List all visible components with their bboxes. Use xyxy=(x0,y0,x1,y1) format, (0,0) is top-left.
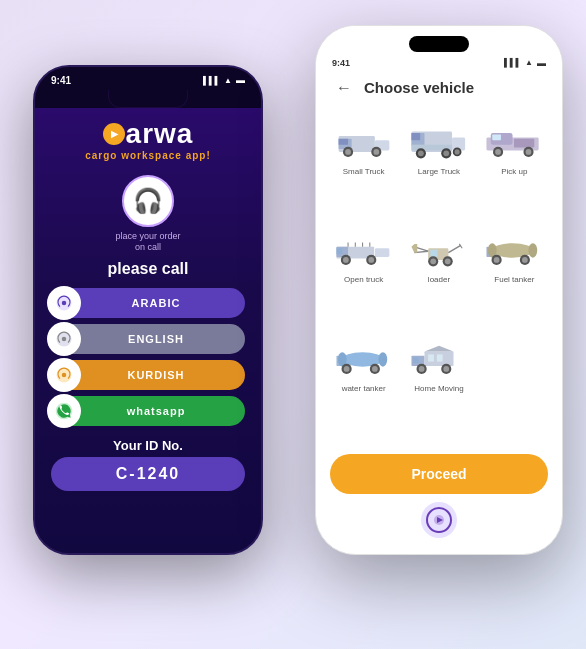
proceed-section: Proceed xyxy=(316,444,562,554)
svg-rect-26 xyxy=(514,138,534,147)
signal-icon: ▌▌▌ xyxy=(203,76,220,85)
carwa-logo: arwa cargo workspace app! xyxy=(85,118,211,161)
whatsapp-icon xyxy=(47,394,81,428)
svg-point-11 xyxy=(373,148,379,154)
right-status-bar: 9:41 ▌▌▌ ▲ ▬ xyxy=(332,58,546,68)
svg-point-81 xyxy=(443,366,449,372)
vehicle-loader[interactable]: loader xyxy=(405,226,472,327)
svg-marker-47 xyxy=(411,244,417,253)
large-truck-label: Large Truck xyxy=(418,167,460,176)
right-phone: 9:41 ▌▌▌ ▲ ▬ ← Choose vehicle xyxy=(315,25,563,555)
vehicle-pickup[interactable]: Pick up xyxy=(481,118,548,219)
battery-icon: ▬ xyxy=(236,75,245,85)
water-tanker-img xyxy=(332,335,396,381)
wifi-icon: ▲ xyxy=(224,76,232,85)
carwa-text: arwa xyxy=(126,118,194,150)
svg-point-62 xyxy=(522,257,528,263)
svg-rect-38 xyxy=(375,248,390,257)
svg-marker-14 xyxy=(411,133,420,140)
svg-point-22 xyxy=(455,149,460,154)
arabic-icon xyxy=(47,286,81,320)
your-id-label: Your ID No. xyxy=(113,438,183,453)
whatsapp-button[interactable]: whatsapp xyxy=(51,396,245,426)
carwa-o-icon xyxy=(103,123,125,145)
vehicle-small-truck[interactable]: Small Truck xyxy=(330,118,397,219)
small-truck-label: Small Truck xyxy=(343,167,385,176)
svg-rect-77 xyxy=(437,354,443,361)
english-icon xyxy=(47,322,81,356)
please-call-label: please call xyxy=(108,260,189,278)
bottom-logo xyxy=(421,502,457,538)
small-truck-img xyxy=(332,118,396,164)
left-status-time: 9:41 xyxy=(51,75,71,86)
svg-point-30 xyxy=(526,148,532,154)
fuel-tanker-label: Fuel tanker xyxy=(494,275,534,284)
carwa-subtitle-accent: app! xyxy=(186,150,211,161)
svg-marker-6 xyxy=(338,138,347,144)
vehicle-open-truck[interactable]: Open truck xyxy=(330,226,397,327)
kurdish-button[interactable]: KURDISH xyxy=(51,360,245,390)
id-number: C-1240 xyxy=(116,465,180,483)
carwa-logo-text: arwa xyxy=(103,118,194,150)
vehicle-home-moving[interactable]: Home Moving xyxy=(405,335,472,436)
pickup-img xyxy=(482,118,546,164)
headset-glyph: 🎧 xyxy=(133,187,163,215)
fuel-tanker-img xyxy=(482,226,546,272)
id-box: C-1240 xyxy=(51,457,245,491)
svg-point-28 xyxy=(495,148,501,154)
svg-point-51 xyxy=(430,259,436,265)
dynamic-island xyxy=(409,36,469,52)
vehicles-grid: Small Truck xyxy=(316,110,562,444)
proceed-button[interactable]: Proceed xyxy=(330,454,548,494)
svg-point-20 xyxy=(443,150,449,156)
svg-point-60 xyxy=(494,257,500,263)
svg-point-71 xyxy=(372,366,378,372)
open-truck-label: Open truck xyxy=(344,275,383,284)
home-moving-label: Home Moving xyxy=(414,384,463,393)
right-signal-icon: ▌▌▌ xyxy=(504,58,521,67)
svg-point-42 xyxy=(368,257,374,263)
place-order-line1: place your order xyxy=(115,231,180,241)
phones-container: 9:41 ▌▌▌ ▲ ▬ arwa cargo workspace xyxy=(3,5,583,645)
svg-line-48 xyxy=(448,246,460,253)
open-truck-img xyxy=(332,226,396,272)
carwa-subtitle-text: cargo workspace xyxy=(85,150,182,161)
carwa-subtitle: cargo workspace app! xyxy=(85,150,211,161)
proceed-label: Proceed xyxy=(411,466,466,482)
svg-point-9 xyxy=(345,148,351,154)
svg-point-53 xyxy=(445,259,451,265)
choose-vehicle-title: Choose vehicle xyxy=(364,79,474,96)
loader-img xyxy=(407,226,471,272)
svg-point-40 xyxy=(343,257,349,263)
svg-rect-33 xyxy=(336,248,342,254)
svg-rect-76 xyxy=(428,354,434,361)
svg-point-69 xyxy=(343,366,349,372)
svg-point-67 xyxy=(378,352,387,367)
vehicle-fuel-tanker[interactable]: Fuel tanker xyxy=(481,226,548,327)
back-arrow-icon: ← xyxy=(336,79,352,97)
right-status-time: 9:41 xyxy=(332,58,350,68)
right-header: ← Choose vehicle xyxy=(316,76,562,110)
svg-point-18 xyxy=(418,150,424,156)
english-button[interactable]: ENGLISH xyxy=(51,324,245,354)
vehicle-large-truck[interactable]: Large Truck xyxy=(405,118,472,219)
home-moving-img xyxy=(407,335,471,381)
right-battery-icon: ▬ xyxy=(537,58,546,68)
svg-rect-25 xyxy=(493,134,502,140)
place-order-text: place your order on call xyxy=(115,231,180,254)
svg-point-58 xyxy=(529,243,538,258)
svg-rect-44 xyxy=(430,250,437,257)
notch xyxy=(108,90,188,108)
back-button[interactable]: ← xyxy=(332,76,356,100)
svg-rect-73 xyxy=(413,357,419,363)
left-phone: 9:41 ▌▌▌ ▲ ▬ arwa cargo workspace xyxy=(33,65,263,555)
loader-label: loader xyxy=(428,275,450,284)
large-truck-img xyxy=(407,118,471,164)
svg-point-79 xyxy=(419,366,425,372)
headset-icon: 🎧 xyxy=(122,175,174,227)
pickup-label: Pick up xyxy=(501,167,527,176)
vehicle-water-tanker[interactable]: water tanker xyxy=(330,335,397,436)
water-tanker-label: water tanker xyxy=(342,384,386,393)
arabic-button[interactable]: ARABIC xyxy=(51,288,245,318)
svg-marker-75 xyxy=(424,346,453,352)
